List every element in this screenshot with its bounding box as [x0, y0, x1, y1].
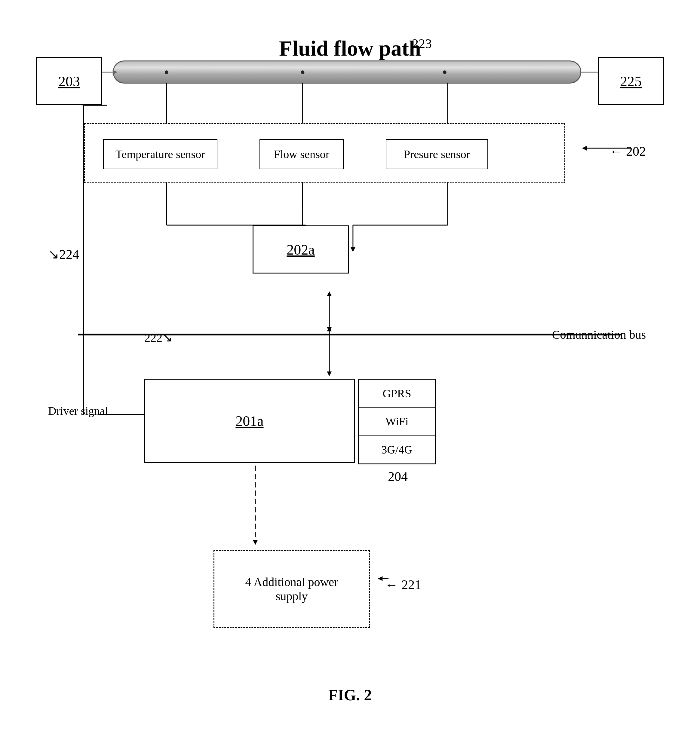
- ref-202-text: 202: [626, 144, 646, 159]
- svg-marker-30: [327, 371, 332, 376]
- power-supply-box: 4 Additional power supply: [214, 550, 370, 628]
- svg-marker-37: [253, 540, 258, 545]
- pressure-sensor-box: Presure sensor: [386, 139, 488, 169]
- box-202a-label: 202a: [286, 241, 315, 258]
- ref-202: ← 202: [610, 144, 646, 159]
- driver-signal-label: Driver signal: [48, 404, 108, 418]
- flow-sensor-label: Flow sensor: [274, 147, 330, 161]
- ref-223-label: 223: [412, 36, 432, 51]
- svg-point-3: [443, 70, 447, 74]
- gprs-label: GPRS: [359, 380, 435, 408]
- box-203-label: 203: [58, 73, 80, 90]
- svg-marker-5: [113, 70, 117, 75]
- comm-module: GPRS WiFi 3G/4G: [358, 379, 436, 464]
- box-201a: 201a: [145, 379, 355, 463]
- ref-204-text: 204: [388, 469, 408, 484]
- temperature-sensor-box: Temperature sensor: [103, 139, 217, 169]
- ref-222-text: 222: [145, 331, 163, 344]
- power-supply-label: 4 Additional power supply: [245, 575, 338, 603]
- pressure-sensor-label: Presure sensor: [404, 147, 470, 161]
- svg-marker-29: [327, 326, 332, 331]
- box-225: 225: [598, 57, 664, 105]
- svg-rect-0: [113, 61, 581, 83]
- ref-221: ← 221: [385, 577, 421, 593]
- box-203: 203: [36, 57, 102, 105]
- ref-224: ↘224: [48, 247, 79, 262]
- box-202a: 202a: [253, 226, 349, 274]
- ref-223-arrow: 223: [412, 36, 432, 51]
- svg-point-1: [165, 70, 169, 74]
- ref-222: 222↘: [145, 331, 173, 345]
- svg-marker-27: [327, 327, 332, 332]
- box-225-label: 225: [620, 73, 642, 90]
- diagram-title: Fluid flow path: [279, 36, 421, 61]
- temperature-sensor-label: Temperature sensor: [116, 147, 205, 161]
- wifi-label: WiFi: [359, 408, 435, 436]
- svg-marker-21: [351, 247, 355, 252]
- threeg-4g-label: 3G/4G: [359, 436, 435, 463]
- flow-sensor-box: Flow sensor: [259, 139, 344, 169]
- svg-marker-9: [582, 146, 587, 150]
- svg-marker-39: [378, 576, 383, 581]
- ref-224-text: 224: [59, 247, 79, 262]
- ref-221-text: 221: [401, 578, 421, 592]
- figure-caption: FIG. 2: [328, 686, 372, 704]
- svg-marker-26: [327, 291, 332, 296]
- box-201a-label: 201a: [235, 413, 263, 429]
- comm-bus-label: Comunnication bus: [552, 328, 646, 342]
- sensor-group: Temperature sensor Flow sensor Presure s…: [84, 123, 565, 183]
- svg-point-2: [301, 70, 305, 74]
- ref-204: 204: [388, 469, 408, 484]
